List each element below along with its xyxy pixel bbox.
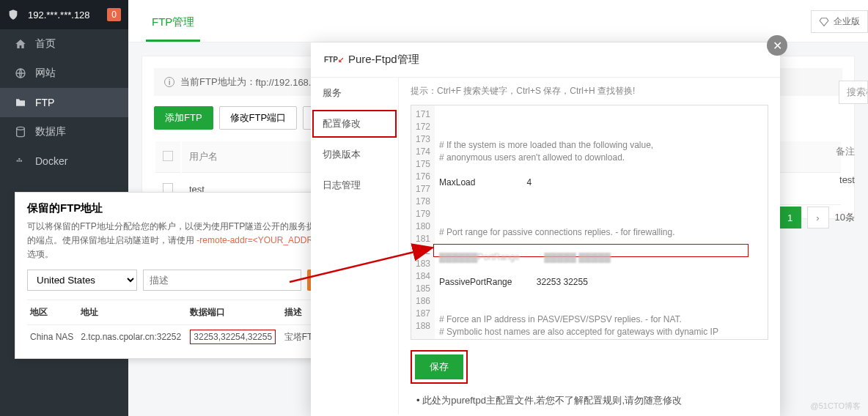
add-ftp-button[interactable]: 添加FTP [154, 106, 213, 130]
save-highlight: 保存 [411, 350, 468, 384]
svg-rect-3 [18, 160, 20, 162]
enterprise-badge[interactable]: 企业版 [811, 10, 868, 33]
config-editor[interactable]: 1711721731741751761771781791801811821831… [411, 105, 768, 340]
editor-hint: 提示：Ctrl+F 搜索关键字，Ctrl+S 保存，Ctrl+H 查找替换! [399, 78, 780, 105]
ports-highlight: 32253,32254,32255 [190, 330, 276, 344]
svg-rect-5 [18, 158, 20, 160]
sidebar-item-db[interactable]: 数据库 [0, 117, 128, 146]
sidebar-label: Docker [35, 155, 67, 167]
overlay-desc: 可以将保留的FTP地址分配给您的帐户，以便为使用FTP隧道公开的服务提供稳定的端… [27, 220, 347, 262]
page-size: 10条 [835, 211, 855, 224]
home-icon [15, 38, 26, 50]
sidebar-item-docker[interactable]: Docker [0, 146, 128, 176]
sidebar-item-ftp[interactable]: FTP [0, 88, 128, 117]
modal-sidebar: 服务 配置修改 切换版本 日志管理 [311, 78, 399, 415]
reserved-row: China NAS 2.tcp.nas.cpolar.cn:32252 3225… [27, 324, 347, 349]
folder-icon [15, 97, 26, 108]
tab-bar: FTP管理 [128, 0, 868, 42]
modal-side-log[interactable]: 日志管理 [311, 170, 398, 201]
th-addr: 地址 [78, 300, 187, 324]
info-icon: i [164, 77, 174, 87]
config-warning: 此处为pureftpd主配置文件,若您不了解配置规则,请勿随意修改 [399, 394, 780, 415]
globe-icon [15, 67, 26, 79]
shield-icon [7, 9, 19, 21]
watermark: @51CTO博客 [811, 401, 861, 412]
page-next[interactable]: › [807, 207, 829, 229]
sidebar-label: 数据库 [35, 125, 66, 138]
server-ip: 192.***.***.128 [28, 10, 107, 21]
th-region: 地区 [27, 300, 78, 324]
diamond-icon [819, 17, 829, 27]
pureftpd-modal: ✕ FTP↙ Pure-Ftpd管理 服务 配置修改 切换版本 日志管理 提示：… [311, 42, 780, 416]
sidebar-label: 网站 [35, 67, 56, 80]
sidebar-label: FTP [35, 97, 54, 108]
modal-title: FTP↙ Pure-Ftpd管理 [311, 42, 780, 78]
th-remark: 备注 [836, 145, 855, 158]
overlay-title: 保留的FTP地址 [27, 201, 347, 215]
search-input[interactable]: 搜索框 [839, 81, 868, 104]
region-select[interactable]: United States [27, 270, 137, 291]
sidebar-label: 首页 [35, 37, 56, 51]
modal-side-config[interactable]: 配置修改 [311, 108, 398, 139]
brand-icon: FTP↙ [324, 56, 344, 64]
svg-rect-2 [17, 160, 18, 162]
svg-rect-4 [21, 160, 22, 162]
checkbox-all[interactable] [163, 151, 173, 161]
modal-side-version[interactable]: 切换版本 [311, 139, 398, 170]
save-button[interactable]: 保存 [415, 354, 463, 379]
tab-ftp-manage[interactable]: FTP管理 [146, 5, 200, 42]
sidebar-item-home[interactable]: 首页 [0, 29, 128, 59]
modal-side-service[interactable]: 服务 [311, 78, 398, 108]
page-current[interactable]: 1 [779, 207, 801, 229]
svg-point-1 [17, 127, 25, 130]
reserved-table: 地区 地址 数据端口 描述 操作 China NAS 2.tcp.nas.cpo… [27, 300, 347, 349]
sidebar-header: 192.***.***.128 0 [0, 0, 128, 29]
notif-badge[interactable]: 0 [107, 8, 121, 21]
addr-value: ftp://192.168.2 [256, 77, 317, 88]
cell-remark: test [839, 174, 855, 185]
th-dport: 数据端口 [187, 300, 281, 324]
docker-icon [15, 155, 26, 167]
sidebar-item-site[interactable]: 网站 [0, 59, 128, 88]
database-icon [15, 126, 26, 138]
modify-port-button[interactable]: 修改FTP端口 [219, 106, 298, 130]
close-icon[interactable]: ✕ [767, 35, 787, 56]
addr-prefix: 当前FTP地址为： [180, 75, 256, 89]
desc-input[interactable] [143, 270, 301, 291]
reserved-ftp-panel: 参考教程 保留的FTP地址 可以将保留的FTP地址分配给您的帐户，以便为使用FT… [15, 192, 359, 359]
